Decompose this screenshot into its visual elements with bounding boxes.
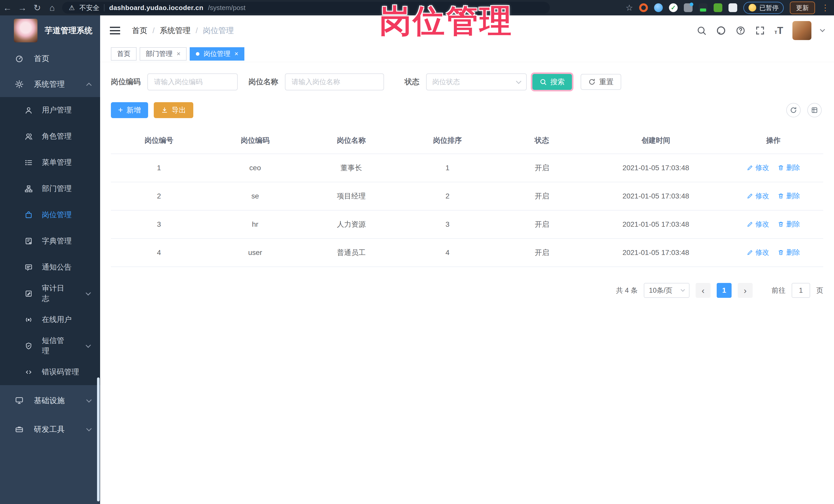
search-icon[interactable] [697,25,707,36]
role-icon [25,132,32,140]
bookmark-star-icon[interactable] [626,3,633,13]
delete-link[interactable]: 删除 [777,163,800,172]
sidebar-scrollbar[interactable] [97,377,100,501]
hamburger-icon[interactable] [110,27,120,35]
edit-link[interactable]: 修改 [747,248,769,257]
column-settings-button[interactable] [807,103,822,117]
sidebar-item-system[interactable]: 系统管理 [0,71,100,97]
breadcrumb-home[interactable]: 首页 [132,25,147,36]
cell-create-time: 2021-01-05 17:03:48 [588,210,723,239]
tag-departments[interactable]: 部门管理 [140,47,186,61]
notice-bubble-icon [25,263,32,271]
cell-post-sort: 4 [399,239,496,267]
col-post-code: 岗位编码 [207,127,303,154]
edit-link[interactable]: 修改 [747,220,769,229]
emoji-face-icon [748,4,756,12]
close-icon[interactable] [234,50,238,58]
post-name-label: 岗位名称 [248,77,278,87]
sidebar-item-error-codes[interactable]: 错误码管理 [0,359,100,385]
cell-post-name: 人力资源 [303,210,399,239]
status-select[interactable]: 岗位状态 [426,73,527,90]
help-icon[interactable] [736,25,746,36]
next-page-button[interactable] [738,283,753,298]
browser-back-icon[interactable]: ← [0,3,15,13]
delete-label: 删除 [786,248,800,257]
page-size-value: 10条/页 [649,286,673,295]
edit-link[interactable]: 修改 [747,191,769,200]
goto-page-input[interactable] [792,283,810,298]
edit-link[interactable]: 修改 [747,163,769,172]
url-path: /system/post [208,4,245,12]
browser-home-icon[interactable]: ⌂ [45,3,60,13]
fullscreen-icon[interactable] [755,25,765,36]
sidebar-item-sms[interactable]: 短信管理 [0,333,100,359]
sidebar: 芋道管理系统 首页 系统管理 用户管理 角色管理 菜单管理 [0,16,100,504]
extensions-puzzle-icon[interactable] [728,3,737,12]
sidebar-item-roles[interactable]: 角色管理 [0,123,100,149]
sidebar-item-audit-log[interactable]: 审计日志 [0,280,100,307]
sidebar-logo[interactable]: 芋道管理系统 [0,16,100,46]
page-1-button[interactable]: 1 [717,283,731,298]
close-icon[interactable] [177,50,180,58]
add-button[interactable]: 新增 [111,102,148,118]
extension-blue-icon[interactable] [654,3,663,12]
delete-link[interactable]: 删除 [777,220,800,229]
github-icon[interactable] [716,25,726,36]
paused-label: 已暂停 [759,4,778,12]
edit-label: 修改 [755,163,769,172]
sidebar-item-label: 部门管理 [42,183,72,194]
chevron-down-icon [86,397,92,402]
export-button[interactable]: 导出 [154,102,193,118]
font-size-icon[interactable]: тT [774,26,783,36]
table-toolbar: 新增 导出 [111,102,823,118]
prev-page-button[interactable] [696,283,710,298]
sidebar-item-home[interactable]: 首页 [0,46,100,71]
post-code-input[interactable] [147,73,238,90]
post-code-label: 岗位编码 [111,77,141,87]
paused-pill[interactable]: 已暂停 [743,2,784,14]
delete-link[interactable]: 删除 [777,191,800,200]
cell-post-code: hr [207,210,303,239]
not-secure-label[interactable]: 不安全 [79,3,99,12]
sidebar-item-menus[interactable]: 菜单管理 [0,149,100,176]
sidebar-item-dict[interactable]: 字典管理 [0,228,100,254]
table-row: 4 user 普通员工 4 开启 2021-01-05 17:03:48 修改删… [111,239,823,267]
chevron-down-icon [86,290,91,295]
status-select-placeholder: 岗位状态 [432,77,460,87]
sidebar-item-infrastructure[interactable]: 基础设施 [0,388,100,413]
refresh-button[interactable] [786,103,800,117]
address-divider [104,4,105,11]
browser-menu-icon[interactable] [821,3,829,13]
table-row: 3 hr 人力资源 3 开启 2021-01-05 17:03:48 修改删除 [111,210,823,239]
sidebar-item-devtools[interactable]: 研发工具 [0,416,100,442]
page-size-select[interactable]: 10条/页 [644,283,689,298]
browser-forward-icon[interactable]: → [15,3,30,13]
extension-green-icon[interactable] [714,3,722,12]
sidebar-item-posts[interactable]: 岗位管理 [0,202,100,228]
post-name-input[interactable] [285,73,384,90]
breadcrumb-section[interactable]: 系统管理 [160,25,191,36]
tag-posts-active[interactable]: 岗位管理 [190,47,244,61]
sidebar-item-departments[interactable]: 部门管理 [0,176,100,202]
browser-actions: 已暂停 更新 [626,2,834,14]
extension-settings-icon[interactable] [684,3,693,12]
browser-reload-icon[interactable]: ↻ [30,3,45,13]
delete-link[interactable]: 删除 [777,248,800,257]
search-button[interactable]: 搜索 [532,74,572,90]
avatar[interactable] [792,21,811,40]
tag-home[interactable]: 首页 [111,47,136,61]
extension-orange-icon[interactable] [639,3,648,12]
extension-check-icon[interactable] [669,3,678,12]
chevron-down-icon [516,78,521,84]
reset-button[interactable]: 重置 [580,74,621,90]
sidebar-item-notices[interactable]: 通知公告 [0,254,100,280]
browser-update-button[interactable]: 更新 [790,2,815,14]
toolbox-icon [15,425,24,434]
extension-gm-icon[interactable] [699,3,707,12]
url-host[interactable]: dashboard.yudao.iocoder.cn [109,4,203,12]
edit-label: 修改 [755,191,769,200]
cell-create-time: 2021-01-05 17:03:48 [588,154,723,182]
sidebar-item-online-users[interactable]: 在线用户 [0,307,100,333]
avatar-caret-icon[interactable] [820,27,825,32]
sidebar-item-users[interactable]: 用户管理 [0,97,100,123]
